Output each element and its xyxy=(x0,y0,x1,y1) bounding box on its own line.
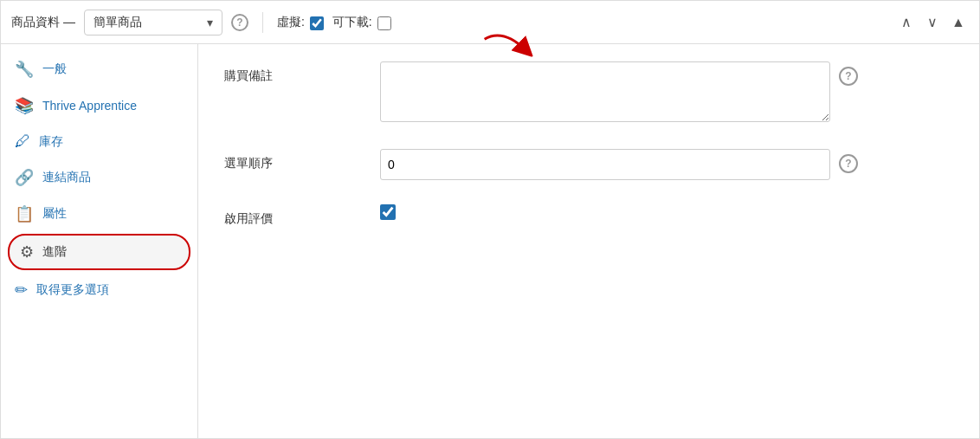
top-bar-controls: ∧ ∨ ▲ xyxy=(896,12,969,33)
product-type-select[interactable]: 簡單商品 ▾ xyxy=(84,10,222,36)
help-icon-top[interactable]: ? xyxy=(231,14,248,31)
linked-icon: 🔗 xyxy=(15,168,34,187)
menu-order-input[interactable] xyxy=(380,149,830,180)
menu-order-label: 選單順序 xyxy=(224,149,363,171)
general-icon: 🔧 xyxy=(15,60,34,79)
sidebar-item-attributes-label: 屬性 xyxy=(42,206,67,222)
inventory-icon: 🖊 xyxy=(15,132,30,151)
advanced-icon: ⚙ xyxy=(20,242,34,261)
more-icon: ✏ xyxy=(15,281,28,300)
chevron-down-icon: ▾ xyxy=(207,16,213,29)
sidebar-item-thrive-label: Thrive Apprentice xyxy=(42,99,137,113)
purchase-note-label: 購買備註 xyxy=(224,61,363,84)
product-type-value: 簡單商品 xyxy=(93,15,142,30)
sidebar-item-thrive[interactable]: 📚 Thrive Apprentice xyxy=(1,87,197,124)
sidebar-item-advanced[interactable]: ⚙ 進階 xyxy=(8,234,190,270)
sidebar-item-general[interactable]: 🔧 一般 xyxy=(1,51,197,87)
sidebar-item-attributes[interactable]: 📋 屬性 xyxy=(1,196,197,232)
attributes-icon: 📋 xyxy=(15,204,34,223)
downloadable-checkbox[interactable] xyxy=(377,16,391,30)
menu-order-help-icon[interactable]: ? xyxy=(839,154,858,173)
sidebar-item-advanced-label: 進階 xyxy=(42,244,67,260)
collapse-down-button[interactable]: ∨ xyxy=(922,12,943,33)
enable-review-label: 啟用評價 xyxy=(224,204,363,227)
sidebar-item-inventory[interactable]: 🖊 庫存 xyxy=(1,124,197,159)
purchase-note-field: ? xyxy=(380,61,953,125)
menu-order-row: 選單順序 ? xyxy=(224,149,953,180)
sidebar-item-linked[interactable]: 🔗 連結商品 xyxy=(1,159,197,196)
sidebar-item-more-label: 取得更多選項 xyxy=(36,282,109,298)
enable-review-field xyxy=(380,204,953,220)
collapse-up-button[interactable]: ∧ xyxy=(896,12,917,33)
sidebar-item-more[interactable]: ✏ 取得更多選項 xyxy=(1,272,197,308)
enable-review-row: 啟用評價 xyxy=(224,204,953,227)
sidebar-item-linked-label: 連結商品 xyxy=(42,170,91,185)
purchase-note-row: 購買備註 xyxy=(224,61,953,125)
virtual-label: 虛擬: xyxy=(277,15,305,30)
purchase-note-wrapper xyxy=(380,61,830,125)
sidebar-item-general-label: 一般 xyxy=(42,61,67,77)
sidebar-item-inventory-label: 庫存 xyxy=(39,134,63,150)
sidebar: 🔧 一般 📚 Thrive Apprentice 🖊 庫存 🔗 連結商品 📋 屬… xyxy=(1,44,198,438)
menu-order-field: ? xyxy=(380,149,953,180)
downloadable-checkbox-group: 可下載: xyxy=(332,15,391,30)
divider xyxy=(262,12,263,33)
virtual-checkbox[interactable] xyxy=(310,16,324,30)
top-bar: 商品資料 — 簡單商品 ▾ ? 虛擬: 可下載: ∧ ∨ ▲ xyxy=(1,1,979,44)
product-data-label: 商品資料 — xyxy=(11,15,75,30)
purchase-note-textarea[interactable] xyxy=(380,61,830,122)
content-area: 購買備註 xyxy=(198,44,979,438)
main-layout: 🔧 一般 📚 Thrive Apprentice 🖊 庫存 🔗 連結商品 📋 屬… xyxy=(1,44,979,438)
virtual-checkbox-group: 虛擬: xyxy=(277,15,324,30)
enable-review-checkbox[interactable] xyxy=(380,204,396,220)
thrive-icon: 📚 xyxy=(15,96,34,115)
downloadable-label: 可下載: xyxy=(332,15,372,30)
purchase-note-help-icon[interactable]: ? xyxy=(839,67,858,86)
expand-button[interactable]: ▲ xyxy=(948,12,969,33)
